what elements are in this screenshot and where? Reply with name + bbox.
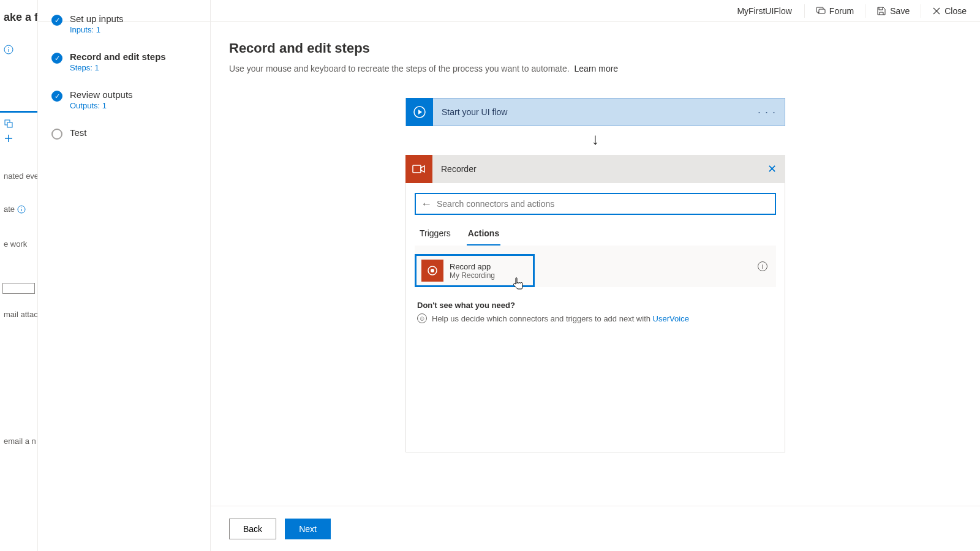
info-icon [17, 205, 26, 214]
svg-rect-4 [7, 122, 12, 127]
camera-icon [405, 155, 432, 183]
check-icon: ✓ [51, 15, 62, 26]
back-button[interactable]: Back [229, 519, 276, 539]
wizard-footer: Back Next [211, 506, 980, 551]
step-record-edit[interactable]: ✓ Record and edit steps Steps: 1 [51, 51, 197, 72]
next-button[interactable]: Next [285, 519, 331, 539]
cropped-box [2, 283, 35, 294]
save-button[interactable]: Save [869, 0, 917, 22]
recorder-card: Recorder ✕ ← Triggers Actions [405, 155, 785, 452]
left-nav-cropped: ake a fl nated even ate e work mail atta… [0, 0, 38, 551]
step-review-outputs[interactable]: ✓ Review outputs Outputs: 1 [51, 89, 197, 110]
record-icon [421, 260, 443, 282]
forum-label: Forum [829, 6, 854, 16]
step-set-up-inputs[interactable]: ✓ Set up inputs Inputs: 1 [51, 13, 197, 34]
step-test[interactable]: Test [51, 127, 197, 140]
back-arrow-icon[interactable]: ← [421, 198, 432, 211]
search-input[interactable] [437, 199, 770, 209]
action-title: Record app [450, 262, 495, 271]
empty-dot-icon [51, 129, 62, 140]
need-help: Don't see what you need? ☺ Help us decid… [417, 301, 776, 323]
action-row: Record app My Recording i [415, 246, 776, 287]
divider [804, 4, 805, 18]
step-label: Record and edit steps [70, 51, 166, 62]
step-label: Set up inputs [70, 13, 124, 24]
need-question: Don't see what you need? [417, 301, 776, 310]
plus-icon[interactable] [4, 133, 13, 143]
step-label: Review outputs [70, 89, 133, 100]
save-label: Save [890, 6, 910, 16]
smiley-icon: ☺ [417, 313, 427, 323]
learn-more-link[interactable]: Learn more [575, 64, 619, 73]
recorder-body: ← Triggers Actions Record app My Recordi [405, 183, 785, 452]
start-card-title: Start your UI flow [433, 107, 749, 117]
need-help-line: ☺ Help us decide which connectors and tr… [417, 313, 776, 323]
step-sub: Steps: 1 [70, 63, 166, 72]
close-icon [932, 7, 941, 15]
main-content: Record and edit steps Use your mouse and… [211, 22, 980, 506]
search-box[interactable]: ← [415, 193, 776, 215]
svg-rect-7 [413, 165, 421, 173]
cropped-text: nated even [0, 168, 37, 184]
wizard-steps: ✓ Set up inputs Inputs: 1 ✓ Record and e… [38, 0, 211, 551]
info-icon[interactable]: i [758, 261, 767, 271]
cropped-text: mail attac [0, 306, 37, 323]
check-icon: ✓ [51, 91, 62, 102]
close-recorder-icon[interactable]: ✕ [759, 162, 785, 176]
check-icon: ✓ [51, 53, 62, 64]
tab-actions[interactable]: Actions [467, 223, 500, 246]
forum-button[interactable]: Forum [809, 0, 861, 22]
tab-strip: Triggers Actions [418, 223, 776, 246]
step-sub: Outputs: 1 [70, 101, 133, 110]
action-record-app[interactable]: Record app My Recording [415, 254, 535, 287]
uservoice-link[interactable]: UserVoice [653, 314, 689, 323]
start-flow-card[interactable]: Start your UI flow · · · [405, 98, 785, 126]
forum-icon [816, 6, 826, 16]
step-label: Test [70, 127, 87, 138]
flow-canvas: Start your UI flow · · · ↓ Recorder ✕ ← [405, 98, 785, 452]
flow-name: MyFirstUIFlow [728, 6, 800, 16]
recorder-header: Recorder ✕ [405, 155, 785, 183]
cropped-text: email a n [0, 433, 37, 449]
tab-triggers[interactable]: Triggers [418, 223, 452, 246]
save-icon [876, 6, 886, 16]
close-label: Close [944, 6, 967, 16]
page-title: Record and edit steps [229, 40, 980, 56]
more-menu[interactable]: · · · [749, 106, 785, 119]
layers-icon [4, 119, 13, 129]
cropped-title: ake a fl [0, 0, 37, 28]
step-sub: Inputs: 1 [70, 25, 124, 34]
svg-point-9 [431, 269, 434, 272]
cropped-text: e work [0, 236, 37, 252]
cropped-text: ate [0, 201, 37, 217]
info-icon [4, 45, 13, 54]
recorder-title: Recorder [432, 164, 759, 174]
action-subtitle: My Recording [450, 271, 495, 280]
svg-rect-1 [819, 9, 825, 13]
divider [865, 4, 865, 18]
close-button[interactable]: Close [925, 0, 974, 22]
selected-bar [0, 111, 37, 113]
page-description: Use your mouse and keyboard to recreate … [229, 64, 980, 73]
arrow-down-icon: ↓ [405, 130, 785, 149]
play-icon [406, 98, 433, 126]
divider [921, 4, 921, 18]
